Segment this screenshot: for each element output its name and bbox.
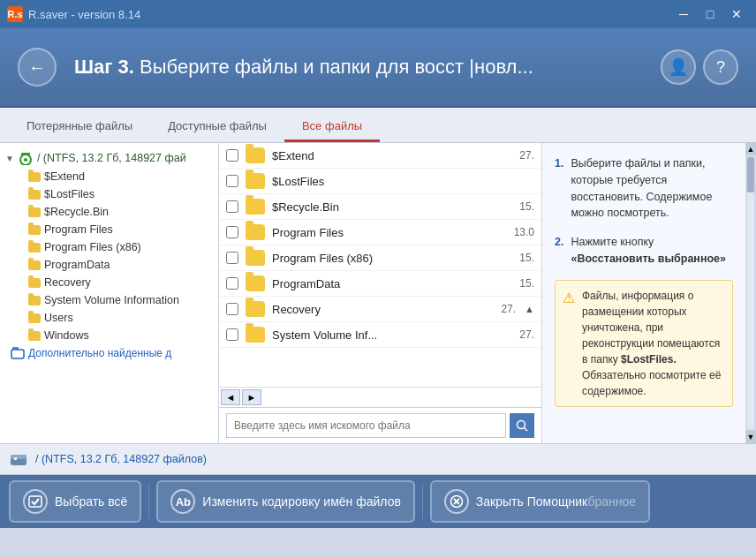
file-item-extend[interactable]: $Extend 27. (219, 143, 541, 169)
file-name: $LostFiles (272, 175, 527, 188)
tree-item-label: ProgramData (44, 259, 110, 271)
tree-item[interactable]: ProgramData (0, 256, 218, 274)
tree-item[interactable]: $Recycle.Bin (0, 203, 218, 221)
file-item-programfiles-x86[interactable]: Program Files (x86) 15. (219, 245, 541, 271)
drive-icon (9, 451, 28, 467)
header: ← Шаг 3. Выберите файлы и папки для восс… (0, 28, 756, 108)
help-button[interactable]: ? (703, 49, 738, 85)
file-checkbox[interactable] (226, 328, 238, 341)
file-size: 27. (519, 328, 534, 341)
file-checkbox[interactable] (226, 277, 238, 290)
tree-item[interactable]: Users (0, 309, 218, 327)
file-item-lostfiles[interactable]: $LostFiles (219, 169, 541, 194)
search-icon (516, 419, 528, 432)
scroll-left-button[interactable]: ◄ (221, 389, 240, 405)
file-checkbox[interactable] (226, 175, 238, 187)
tree-item-label: Program Files (44, 223, 113, 236)
folder-icon (28, 243, 41, 253)
file-checkbox[interactable] (226, 252, 238, 264)
collapse-icon: ▼ (5, 154, 14, 163)
back-button[interactable]: ← (18, 48, 57, 87)
tree-item-label: System Volume Information (44, 294, 179, 306)
app-icon: R.s (7, 6, 23, 22)
file-list-content[interactable]: $Extend 27. $LostFiles $Recycle.Bin 15. (219, 143, 541, 387)
toolbar-divider (148, 484, 149, 519)
bottom-toolbar: Выбрать всё Ab Изменить кодировку имён ф… (0, 475, 756, 528)
tree-item[interactable]: $Extend (0, 168, 218, 185)
tree-item[interactable]: Windows (0, 327, 218, 344)
svg-point-4 (518, 421, 525, 429)
tab-available-files[interactable]: Доступные файлы (150, 112, 284, 142)
search-input[interactable] (226, 413, 506, 438)
search-button[interactable] (510, 413, 534, 438)
warning-text: Файлы, информация о размещении которых у… (582, 288, 725, 399)
close-helper-icon (444, 489, 469, 514)
tree-root[interactable]: ▼ / (NTFS, 13.2 Гб, 148927 фай (0, 148, 218, 168)
scrollbar-thumb[interactable] (747, 157, 754, 192)
status-bar: / (NTFS, 13.2 Гб, 148927 файлов) (0, 443, 756, 475)
folder-icon (28, 225, 41, 235)
tree-item-recovery[interactable]: Recovery (0, 274, 218, 291)
tree-item[interactable]: Program Files (0, 221, 218, 238)
minimize-button[interactable]: ─ (671, 4, 696, 24)
tab-all-files[interactable]: Все файлы (284, 112, 380, 142)
file-checkbox[interactable] (226, 200, 238, 213)
tree-item-sysvolinfo[interactable]: System Volume Information (0, 291, 218, 309)
file-size: 27. (501, 303, 516, 315)
folder-icon (246, 199, 265, 215)
select-all-label: Выбрать всё (55, 494, 127, 509)
close-button[interactable]: ✕ (724, 4, 749, 24)
folder-icon (28, 260, 41, 270)
tree-item[interactable]: Program Files (x86) (0, 238, 218, 256)
tree-item[interactable]: $LostFiles (0, 185, 218, 203)
maximize-button[interactable]: □ (698, 4, 722, 24)
step-number: 2. (555, 234, 563, 268)
select-all-button[interactable]: Выбрать всё (9, 480, 141, 523)
file-size: 15. (519, 277, 534, 290)
status-text: / (NTFS, 13.2 Гб, 148927 файлов) (35, 453, 207, 465)
file-name: $Extend (272, 149, 512, 162)
folder-icon (28, 278, 41, 288)
scrollbar-track[interactable] (747, 157, 754, 429)
change-encoding-button[interactable]: Ab Изменить кодировку имён файлов (156, 480, 415, 523)
select-all-icon (23, 489, 48, 514)
tab-lost-files[interactable]: Потерянные файлы (9, 112, 150, 142)
svg-rect-3 (11, 350, 24, 358)
user-button[interactable]: 👤 (661, 49, 696, 85)
folder-icon (28, 207, 41, 217)
close-helper-button[interactable]: Закрыть Помощникбранное (430, 480, 650, 523)
tree-panel[interactable]: ▼ / (NTFS, 13.2 Гб, 148927 фай $Extend $… (0, 143, 219, 443)
file-item-recovery[interactable]: Recovery 27. ▲ (219, 297, 541, 322)
folder-icon (246, 147, 265, 163)
tree-extra-item[interactable]: Дополнительно найденные д (0, 344, 218, 362)
close-helper-label: Закрыть Помощникбранное (476, 494, 636, 509)
info-step-1: 1. Выберите файлы и папки, которые требу… (555, 155, 733, 222)
svg-point-1 (24, 158, 27, 162)
step-number: 1. (555, 155, 563, 222)
file-item-programdata[interactable]: ProgramData 15. (219, 271, 541, 297)
file-name: System Volume Inf... (272, 328, 512, 342)
file-checkbox[interactable] (226, 303, 238, 315)
file-name: Program Files (x86) (272, 252, 512, 265)
file-checkbox[interactable] (226, 149, 238, 162)
tree-root-label: / (NTFS, 13.2 Гб, 148927 фай (37, 152, 186, 164)
folder-icon (28, 313, 41, 323)
file-checkbox[interactable] (226, 226, 238, 238)
folder-icon (246, 173, 265, 189)
up-arrow: ▲ (525, 304, 534, 314)
right-scrollbar[interactable]: ▲ ▼ (745, 143, 756, 443)
extra-icon (11, 347, 25, 359)
file-item-sysvolinfo[interactable]: System Volume Inf... 27. (219, 322, 541, 348)
horizontal-scroll-nav: ◄ ► (219, 387, 541, 407)
info-step-2: 2. Нажмите кнопку «Восстановить выбранно… (555, 234, 733, 268)
file-item-programfiles[interactable]: Program Files 13.0 (219, 220, 541, 245)
folder-icon (246, 301, 265, 317)
scroll-up-button[interactable]: ▲ (745, 143, 756, 155)
warning-icon: ⚠ (563, 288, 575, 399)
svg-rect-7 (11, 455, 26, 459)
scroll-right-button[interactable]: ► (242, 389, 261, 405)
disk-icon (18, 151, 34, 165)
file-item-recycle[interactable]: $Recycle.Bin 15. (219, 194, 541, 220)
title-bar: R.s R.saver - version 8.14 ─ □ ✕ (0, 0, 756, 28)
scroll-down-button[interactable]: ▼ (745, 431, 756, 443)
